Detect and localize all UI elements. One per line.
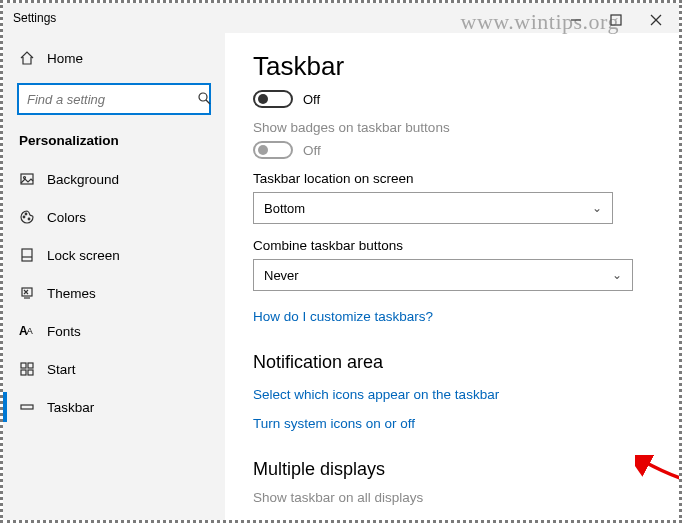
svg-point-4 — [199, 93, 207, 101]
location-label: Taskbar location on screen — [253, 171, 651, 186]
close-button[interactable] — [636, 6, 676, 34]
search-icon — [196, 90, 212, 109]
select-icons-link[interactable]: Select which icons appear on the taskbar — [253, 387, 499, 402]
sidebar-item-label: Fonts — [47, 324, 81, 339]
sidebar-item-label: Themes — [47, 286, 96, 301]
multi-label: Show taskbar on all displays — [253, 490, 651, 505]
sidebar-item-lockscreen[interactable]: Lock screen — [3, 236, 225, 274]
lockscreen-icon — [19, 247, 47, 263]
svg-rect-15 — [21, 363, 26, 368]
home-nav[interactable]: Home — [3, 39, 225, 77]
taskbar-icon — [19, 399, 47, 415]
location-dropdown[interactable]: Bottom ⌄ — [253, 192, 613, 224]
sidebar-item-background[interactable]: Background — [3, 160, 225, 198]
location-value: Bottom — [264, 201, 305, 216]
toggle-state: Off — [303, 92, 320, 107]
sidebar-item-themes[interactable]: Themes — [3, 274, 225, 312]
sidebar-item-colors[interactable]: Colors — [3, 198, 225, 236]
sidebar-item-label: Taskbar — [47, 400, 94, 415]
svg-point-7 — [24, 177, 26, 179]
combine-label: Combine taskbar buttons — [253, 238, 651, 253]
sidebar-item-taskbar[interactable]: Taskbar — [3, 388, 225, 426]
sidebar-item-label: Colors — [47, 210, 86, 225]
palette-icon — [19, 209, 47, 225]
notification-heading: Notification area — [253, 352, 651, 373]
page-title: Taskbar — [253, 51, 651, 82]
badges-label: Show badges on taskbar buttons — [253, 120, 651, 135]
svg-rect-17 — [21, 370, 26, 375]
minimize-button[interactable] — [556, 6, 596, 34]
svg-point-9 — [25, 213, 27, 215]
svg-point-10 — [28, 218, 30, 220]
window-title: Settings — [13, 11, 56, 25]
combine-value: Never — [264, 268, 299, 283]
svg-rect-19 — [21, 405, 33, 409]
chevron-down-icon: ⌄ — [592, 201, 602, 215]
sidebar-item-start[interactable]: Start — [3, 350, 225, 388]
search-box[interactable] — [17, 83, 211, 115]
sidebar-item-fonts[interactable]: AA Fonts — [3, 312, 225, 350]
home-icon — [19, 50, 47, 66]
start-icon — [19, 361, 47, 377]
svg-line-5 — [206, 100, 210, 104]
sidebar-item-label: Lock screen — [47, 248, 120, 263]
image-icon — [19, 171, 47, 187]
svg-rect-16 — [28, 363, 33, 368]
search-input[interactable] — [27, 92, 196, 107]
toggle-switch[interactable] — [253, 90, 293, 108]
badges-toggle — [253, 141, 293, 159]
combine-dropdown[interactable]: Never ⌄ — [253, 259, 633, 291]
badges-state: Off — [303, 143, 321, 158]
chevron-down-icon: ⌄ — [612, 268, 622, 282]
sidebar-item-label: Background — [47, 172, 119, 187]
sidebar-item-label: Start — [47, 362, 76, 377]
svg-point-8 — [23, 216, 25, 218]
svg-rect-18 — [28, 370, 33, 375]
main-panel: Taskbar Off Show badges on taskbar butto… — [225, 33, 679, 520]
svg-rect-1 — [611, 15, 621, 25]
system-icons-link[interactable]: Turn system icons on or off — [253, 416, 415, 431]
multiple-displays-heading: Multiple displays — [253, 459, 651, 480]
themes-icon — [19, 285, 47, 301]
category-header: Personalization — [3, 127, 225, 160]
svg-rect-13 — [22, 288, 32, 296]
maximize-button[interactable] — [596, 6, 636, 34]
sidebar: Home Personalization Background Colors L… — [3, 33, 225, 520]
svg-rect-11 — [22, 249, 32, 261]
fonts-icon: AA — [19, 324, 47, 338]
customize-link[interactable]: How do I customize taskbars? — [253, 309, 433, 324]
home-label: Home — [47, 51, 83, 66]
